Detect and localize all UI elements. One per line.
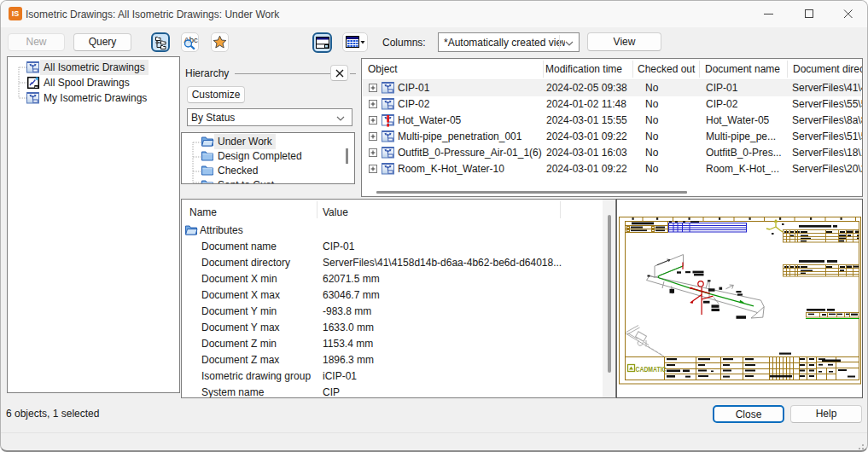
svg-text:CADMATIC: CADMATIC	[636, 365, 667, 374]
